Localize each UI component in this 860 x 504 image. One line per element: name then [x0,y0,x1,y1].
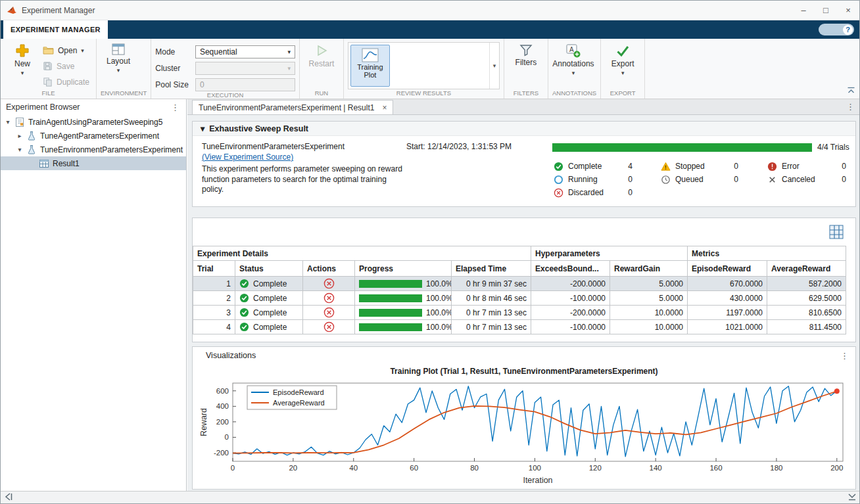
col-actions[interactable]: Actions [303,261,355,277]
group-label-run: RUN [300,89,343,99]
tab-experiment-manager[interactable]: EXPERIMENT MANAGER [3,20,108,39]
experiment-browser-panel: Experiment Browser ⋮ ▾ TrainAgentUsingPa… [1,99,187,491]
expand-arrow-icon[interactable]: ▾ [5,118,11,126]
expand-arrow-icon[interactable]: ▾ [16,146,23,153]
status-running: Running 0 [554,173,633,186]
document-tab-bar: TuneEnvironmentParametersExperiment | Re… [187,99,859,115]
discard-trial-button[interactable] [307,307,350,318]
new-dropdown-caret: ▾ [21,70,24,76]
filters-button[interactable]: Filters [508,41,544,89]
col-status[interactable]: Status [235,261,303,277]
section-collapse-icon[interactable]: ▾ [201,124,204,133]
duplicate-button: Duplicate [40,76,92,88]
toolstrip: New ▾ Open ▾ Save Duplicate [1,39,859,99]
svg-text:120: 120 [589,464,602,472]
experiment-beaker-icon [26,131,37,141]
browser-menu-button[interactable]: ⋮ [171,103,179,112]
discard-trial-button[interactable] [307,321,350,332]
discard-circle-x-icon [323,292,335,304]
save-button: Save [40,60,92,72]
review-results-gallery: Training Plot ▾ [348,42,500,89]
group-annotations: A Annotations ▾ ANNOTATIONS [548,39,601,99]
layout-dropdown-caret: ▾ [117,68,120,73]
cluster-dropdown-caret: ▾ [287,65,291,72]
collapse-toolstrip-button[interactable] [847,87,855,96]
tree-item-project[interactable]: ▾ TrainAgentUsingParameterSweeping5 [1,115,186,129]
tree-item-result1[interactable]: Result1 [1,156,186,170]
table-row-trial-1[interactable]: 1 Complete 100.0% 0 hr 9 min 37 sec -200… [193,277,846,291]
svg-text:-200: -200 [214,449,229,457]
open-folder-icon [43,46,54,55]
collapse-sidebar-button[interactable] [4,493,13,503]
col-progress[interactable]: Progress [355,261,452,277]
gallery-dropdown-button[interactable]: ▾ [489,43,499,89]
tab-close-icon[interactable]: × [382,103,387,112]
visualizations-menu-button[interactable]: ⋮ [840,351,849,361]
col-rewardgain[interactable]: RewardGain [610,261,688,277]
col-trial[interactable]: Trial [193,261,235,277]
col-elapsed-time[interactable]: Elapsed Time [452,261,531,277]
svg-text:80: 80 [470,464,479,472]
close-button[interactable]: × [837,1,859,20]
discard-trial-button[interactable] [307,278,350,289]
result-table-icon [39,158,49,169]
running-circle-icon [554,175,563,185]
complete-check-icon [554,162,563,172]
mode-dropdown-caret: ▾ [287,49,291,55]
section-title: Exhaustive Sweep Result [209,124,308,133]
title-bar: Experiment Manager – □ × [1,1,859,20]
group-label-review-results: REVIEW RESULTS [344,89,504,99]
training-plot-button[interactable]: Training Plot [350,45,390,87]
discarded-circle-x-icon [554,188,563,198]
status-discarded: Discarded 0 [554,186,633,199]
export-button[interactable]: Export ▾ [605,41,640,89]
filter-funnel-icon [519,43,533,57]
table-row-trial-4[interactable]: 4 Complete 100.0% 0 hr 7 min 13 sec -100… [193,320,846,334]
status-bar [1,491,859,503]
minimize-button[interactable]: – [792,1,815,20]
svg-text:20: 20 [289,464,297,472]
discard-trial-button[interactable] [307,292,350,304]
svg-text:60: 60 [410,464,418,472]
trials-count-label: 4/4 Trials [817,143,849,152]
discard-circle-x-icon [323,321,335,332]
col-averagereward[interactable]: AverageReward [767,261,846,277]
start-timestamp: Start: 12/14/2023, 1:31:53 PM [406,142,512,151]
group-header-hyperparameters: Hyperparameters [531,246,688,261]
collapse-bottom-panel-button[interactable] [848,492,856,503]
help-button[interactable]: ? [843,25,853,35]
training-plot-icon [362,48,379,62]
document-menu-button[interactable]: ⋮ [846,102,855,112]
svg-text:400: 400 [216,402,229,410]
result-document-tab[interactable]: TuneEnvironmentParametersExperiment | Re… [192,100,393,114]
annotations-button[interactable]: A Annotations ▾ [552,41,594,89]
new-button[interactable]: New ▾ [5,41,40,89]
open-button[interactable]: Open ▾ [40,44,92,57]
table-row-trial-2[interactable]: 2 Complete 100.0% 0 hr 8 min 46 sec -100… [193,291,846,306]
col-exceedsbound[interactable]: ExceedsBound... [531,261,610,277]
table-row-trial-3[interactable]: 3 Complete 100.0% 0 hr 7 min 13 sec -200… [193,306,846,320]
training-plot-svg[interactable]: 020406080100120140160180200-200020040060… [199,380,851,485]
layout-button[interactable]: Layout ▾ [101,41,136,89]
export-check-icon [615,43,630,58]
view-experiment-source-link[interactable]: (View Experiment Source) [202,152,293,162]
matlab-logo-icon [7,5,17,16]
tree-item-experiment-2[interactable]: ▾ TuneEnvironmentParametersExperiment [1,143,186,156]
collapse-arrow-icon[interactable]: ▸ [16,132,23,139]
tree-item-experiment-1[interactable]: ▸ TuneAgentParametersExperiment [1,129,186,143]
mode-dropdown[interactable]: Sequential ▾ [195,45,295,58]
status-complete: Complete 4 [554,160,633,173]
svg-text:140: 140 [650,464,662,472]
group-label-environment: ENVIRONMENT [97,89,151,99]
maximize-button[interactable]: □ [815,1,837,20]
group-label-annotations: ANNOTATIONS [548,89,600,99]
group-header-experiment-details: Experiment Details [193,246,531,261]
col-episodereward[interactable]: EpisodeReward [688,261,767,277]
discard-circle-x-icon [323,278,335,289]
table-view-icon[interactable] [829,225,844,239]
group-label-filters: FILTERS [504,89,548,99]
experiment-browser-title: Experiment Browser [6,103,80,112]
cluster-label: Cluster [155,64,189,73]
experiment-description: This experiment performs parameter sweep… [202,164,402,195]
chart-title: Training Plot (Trial 1, Result1, TuneEnv… [193,367,855,376]
